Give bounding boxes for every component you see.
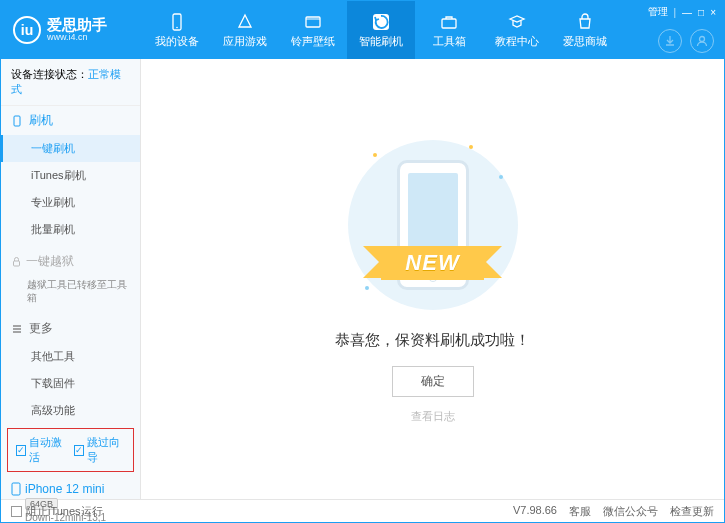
lock-icon: [11, 256, 22, 267]
flash-icon: [371, 12, 391, 32]
checkbox-icon: [11, 506, 22, 517]
skip-guide-checkbox[interactable]: ✓ 跳过向导: [74, 435, 126, 465]
sidebar-item-oneclick-flash[interactable]: 一键刷机: [1, 135, 140, 162]
nav-label: 铃声壁纸: [291, 34, 335, 49]
new-ribbon: NEW: [381, 246, 483, 280]
version-label: V7.98.66: [513, 504, 557, 519]
phone-icon: [11, 482, 21, 496]
device-icon: [167, 12, 187, 32]
logo-icon: iu: [13, 16, 41, 44]
nav-apps[interactable]: 应用游戏: [211, 1, 279, 59]
svg-rect-6: [14, 116, 20, 126]
sidebar-item-download-firmware[interactable]: 下载固件: [1, 370, 140, 397]
jailbreak-note: 越狱工具已转移至工具箱: [1, 276, 140, 310]
toolbox-icon: [439, 12, 459, 32]
phone-icon: [11, 115, 23, 127]
user-button[interactable]: [690, 29, 714, 53]
wechat-link[interactable]: 微信公众号: [603, 504, 658, 519]
sidebar-item-batch-flash[interactable]: 批量刷机: [1, 216, 140, 243]
nav-label: 我的设备: [155, 34, 199, 49]
store-icon: [575, 12, 595, 32]
block-itunes-checkbox[interactable]: 阻止iTunes运行: [11, 504, 103, 519]
check-update-link[interactable]: 检查更新: [670, 504, 714, 519]
checkbox-icon: ✓: [16, 445, 26, 456]
nav-label: 应用游戏: [223, 34, 267, 49]
auto-activate-checkbox[interactable]: ✓ 自动激活: [16, 435, 68, 465]
section-jailbreak: 一键越狱: [1, 247, 140, 276]
device-name-text: iPhone 12 mini: [25, 482, 104, 496]
download-button[interactable]: [658, 29, 682, 53]
checkbox-icon: ✓: [74, 445, 84, 456]
main-content: NEW 恭喜您，保资料刷机成功啦！ 确定 查看日志: [141, 59, 724, 499]
maximize-button[interactable]: □: [698, 7, 704, 18]
section-flash[interactable]: 刷机: [1, 106, 140, 135]
nav-label: 教程中心: [495, 34, 539, 49]
view-log-link[interactable]: 查看日志: [411, 409, 455, 424]
app-title: 爱思助手: [47, 17, 107, 34]
window-controls: 管理 | — □ ×: [648, 5, 717, 19]
connection-status: 设备连接状态：正常模式: [1, 59, 140, 106]
nav-label: 工具箱: [433, 34, 466, 49]
nav-label: 爱思商城: [563, 34, 607, 49]
nav-label: 智能刷机: [359, 34, 403, 49]
nav-store[interactable]: 爱思商城: [551, 1, 619, 59]
confirm-button[interactable]: 确定: [392, 366, 474, 397]
app-header: iu 爱思助手 www.i4.cn 我的设备 应用游戏 铃声壁纸 智能刷机 工具…: [1, 1, 724, 59]
support-link[interactable]: 客服: [569, 504, 591, 519]
nav-toolbox[interactable]: 工具箱: [415, 1, 483, 59]
svg-point-1: [176, 26, 178, 28]
menu-icon: [11, 323, 23, 335]
success-illustration: NEW: [343, 135, 523, 315]
sidebar-item-other-tools[interactable]: 其他工具: [1, 343, 140, 370]
close-button[interactable]: ×: [710, 7, 716, 18]
sidebar: 设备连接状态：正常模式 刷机 一键刷机 iTunes刷机 专业刷机 批量刷机 一…: [1, 59, 141, 499]
tutorial-icon: [507, 12, 527, 32]
section-more[interactable]: 更多: [1, 314, 140, 343]
options-row: ✓ 自动激活 ✓ 跳过向导: [7, 428, 134, 472]
svg-rect-7: [14, 261, 20, 266]
nav-tutorials[interactable]: 教程中心: [483, 1, 551, 59]
sidebar-item-itunes-flash[interactable]: iTunes刷机: [1, 162, 140, 189]
nav-flash[interactable]: 智能刷机: [347, 1, 415, 59]
svg-rect-8: [12, 483, 20, 495]
app-url: www.i4.cn: [47, 33, 107, 43]
sidebar-item-pro-flash[interactable]: 专业刷机: [1, 189, 140, 216]
nav-ringtones[interactable]: 铃声壁纸: [279, 1, 347, 59]
svg-rect-4: [442, 19, 456, 28]
minimize-button[interactable]: —: [682, 7, 692, 18]
apps-icon: [235, 12, 255, 32]
svg-point-5: [700, 37, 705, 42]
main-nav: 我的设备 应用游戏 铃声壁纸 智能刷机 工具箱 教程中心 爱思商城: [143, 1, 619, 59]
success-message: 恭喜您，保资料刷机成功啦！: [335, 331, 530, 350]
manage-link[interactable]: 管理: [648, 5, 668, 19]
sidebar-item-advanced[interactable]: 高级功能: [1, 397, 140, 424]
wallpaper-icon: [303, 12, 323, 32]
nav-my-device[interactable]: 我的设备: [143, 1, 211, 59]
logo-area: iu 爱思助手 www.i4.cn: [13, 16, 143, 44]
